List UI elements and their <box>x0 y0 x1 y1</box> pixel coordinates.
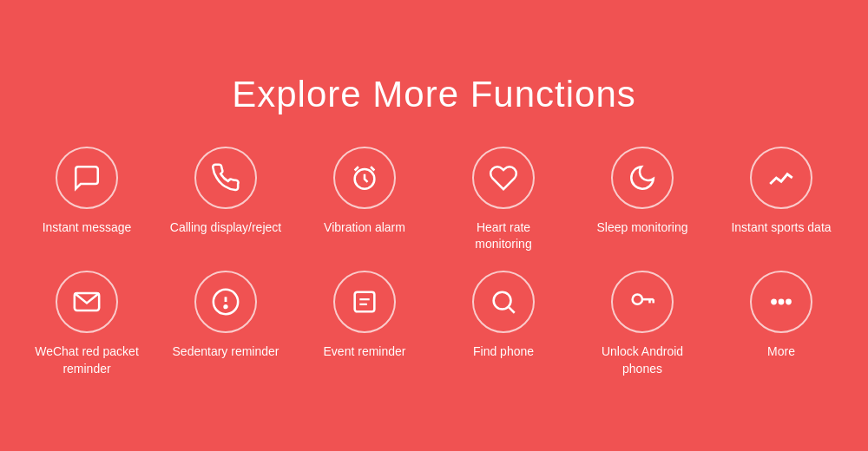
feature-item-vibration-alarm[interactable]: Vibration alarm <box>308 147 421 237</box>
feature-row-1: Instant messageCalling display/rejectVib… <box>30 147 838 253</box>
feature-label-calling-display: Calling display/reject <box>170 219 281 237</box>
svg-line-2 <box>371 167 374 170</box>
feature-row-2: WeChat red packet reminderSedentary remi… <box>30 271 838 377</box>
svg-point-18 <box>786 300 790 304</box>
svg-point-10 <box>494 292 511 310</box>
feature-item-sedentary[interactable]: Sedentary reminder <box>169 271 282 361</box>
feature-item-more[interactable]: More <box>725 271 838 361</box>
feature-label-more: More <box>767 343 795 361</box>
svg-point-17 <box>779 300 783 304</box>
dots-icon <box>750 271 812 333</box>
feature-item-sleep-monitoring[interactable]: Sleep monitoring <box>586 147 699 237</box>
feature-item-event-reminder[interactable]: Event reminder <box>308 271 421 361</box>
moon-icon <box>611 147 674 209</box>
feature-label-heart-rate: Heart rate monitoring <box>447 219 560 253</box>
feature-label-vibration-alarm: Vibration alarm <box>324 219 405 237</box>
alarm-icon <box>333 147 396 209</box>
feature-label-sedentary: Sedentary reminder <box>173 343 279 361</box>
key-icon <box>611 271 674 333</box>
svg-rect-7 <box>355 292 375 312</box>
svg-line-1 <box>355 167 358 170</box>
feature-label-event-reminder: Event reminder <box>324 343 406 361</box>
chart-icon <box>750 147 812 209</box>
feature-item-calling-display[interactable]: Calling display/reject <box>169 147 282 237</box>
svg-point-16 <box>772 300 775 304</box>
svg-line-11 <box>509 307 514 312</box>
feature-label-sports-data: Instant sports data <box>731 219 831 237</box>
chat-icon <box>56 147 118 209</box>
page-title: Explore More Functions <box>232 74 636 115</box>
phone-icon <box>194 147 257 209</box>
feature-label-unlock-android: Unlock Android phones <box>586 343 699 377</box>
list-icon <box>333 271 396 333</box>
svg-point-6 <box>225 305 227 308</box>
feature-item-instant-message[interactable]: Instant message <box>30 147 143 237</box>
feature-item-wechat-red[interactable]: WeChat red packet reminder <box>30 271 143 377</box>
feature-label-instant-message: Instant message <box>43 219 132 237</box>
svg-point-12 <box>633 295 642 304</box>
features-grid: Instant messageCalling display/rejectVib… <box>30 147 838 377</box>
exclamation-icon <box>194 271 257 333</box>
feature-item-unlock-android[interactable]: Unlock Android phones <box>586 271 699 377</box>
envelope-icon <box>56 271 118 333</box>
heart-icon <box>472 147 535 209</box>
feature-label-wechat-red: WeChat red packet reminder <box>30 343 143 377</box>
feature-label-sleep-monitoring: Sleep monitoring <box>596 219 687 237</box>
feature-item-sports-data[interactable]: Instant sports data <box>725 147 838 237</box>
feature-item-heart-rate[interactable]: Heart rate monitoring <box>447 147 560 253</box>
feature-label-find-phone: Find phone <box>473 343 534 361</box>
feature-item-find-phone[interactable]: Find phone <box>447 271 560 361</box>
search-icon <box>472 271 535 333</box>
